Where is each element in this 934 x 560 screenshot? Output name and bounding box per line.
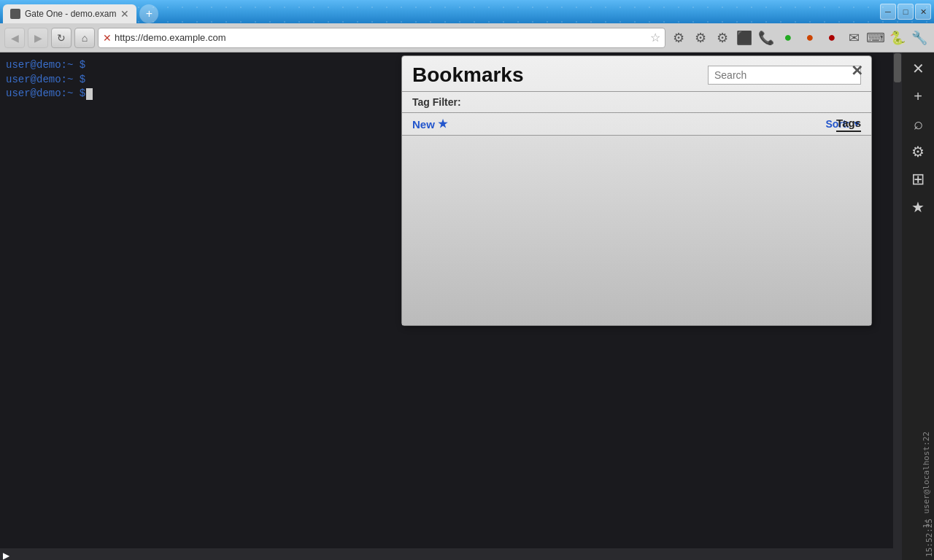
maximize-button[interactable]: □ xyxy=(898,4,914,20)
terminal-prompt-3: user@demo:~ $ xyxy=(6,87,85,101)
tag-filter-row: Tag Filter: xyxy=(402,92,871,113)
phone-icon[interactable]: 📞 xyxy=(756,28,776,48)
url-input[interactable] xyxy=(115,32,647,43)
tag-filter-label: Tag Filter: xyxy=(412,96,461,108)
nav-bar: ◀ ▶ ↻ ⌂ ✕ ☆ ⚙ ⚙ ⚙ ⬛ 📞 ● ● ● ✉ ⌨ 🐍 🔧 xyxy=(0,23,934,52)
extensions-icon[interactable]: ⚙ xyxy=(690,28,711,48)
bookmark-star-icon[interactable]: ☆ xyxy=(650,31,660,44)
new-bookmark-label: New xyxy=(412,118,435,131)
close-panel-icon: ✕ xyxy=(912,60,925,77)
reload-button[interactable]: ↻ xyxy=(51,28,72,48)
bookmarks-toolbar: New ★ Sort: ▼ Tags xyxy=(402,113,871,136)
terminal-prompt-2: user@demo:~ $ xyxy=(6,73,85,88)
close-window-button[interactable]: ✕ xyxy=(915,4,931,20)
tab-bar: Gate One - demo.exam ✕ + xyxy=(3,0,158,23)
browser-nav-icons: ⚙ ⚙ ⚙ ⬛ 📞 ● ● ● ✉ ⌨ 🐍 🔧 xyxy=(668,28,930,48)
grid-sidebar-icon: ⊞ xyxy=(911,170,925,189)
forward-button[interactable]: ▶ xyxy=(28,28,48,48)
session-label: 1: user@localhost:22 xyxy=(919,429,934,531)
grid-sidebar-button[interactable]: ⊞ xyxy=(905,166,931,192)
bookmarks-search-input[interactable] xyxy=(708,66,861,85)
home-button[interactable]: ⌂ xyxy=(74,28,95,48)
settings-sidebar-icon: ⚙ xyxy=(911,143,925,160)
new-tab-button[interactable]: + xyxy=(139,4,158,23)
stop-icon[interactable]: ⬛ xyxy=(734,28,754,48)
tab-title: Gate One - demo.exam xyxy=(25,9,116,19)
play-button[interactable]: ▶ xyxy=(3,551,9,560)
address-bar[interactable]: ✕ ☆ xyxy=(98,28,665,48)
add-session-button[interactable]: + xyxy=(905,83,931,109)
bookmarks-title: Bookmarks xyxy=(412,63,708,87)
right-sidebar: ✕ + ⌕ ⚙ ⊞ ★ 1: user@localhost:22 15:52:2… xyxy=(902,52,934,560)
active-tab[interactable]: Gate One - demo.exam ✕ xyxy=(3,4,136,23)
settings-sidebar-button[interactable]: ⚙ xyxy=(905,139,931,165)
bookmarks-sidebar-button[interactable]: ★ xyxy=(905,194,931,220)
mail-icon[interactable]: ✉ xyxy=(844,28,864,48)
ext1-icon[interactable]: ● xyxy=(778,28,798,48)
customize-icon[interactable]: ⚙ xyxy=(712,28,733,48)
minimize-button[interactable]: ─ xyxy=(880,4,896,20)
vertical-scrollbar[interactable] xyxy=(893,52,902,560)
back-button[interactable]: ◀ xyxy=(4,28,25,48)
tool-icon[interactable]: 🔧 xyxy=(909,28,930,48)
window-controls: ─ □ ✕ xyxy=(880,4,931,20)
close-panel-button[interactable]: ✕ xyxy=(905,55,931,82)
terminal-cursor xyxy=(86,88,93,100)
scrollbar-thumb[interactable] xyxy=(894,53,901,82)
ext2-icon[interactable]: ● xyxy=(800,28,820,48)
settings-menu-icon[interactable]: ⚙ xyxy=(668,28,689,48)
bookmarks-header: Bookmarks xyxy=(402,56,871,92)
python-icon[interactable]: 🐍 xyxy=(887,28,908,48)
tab-favicon xyxy=(10,9,20,19)
bookmarks-star-icon: ★ xyxy=(911,198,925,216)
ssl-error-icon: ✕ xyxy=(103,32,112,44)
bookmarks-body xyxy=(402,136,871,325)
terminal-prompt-1: user@demo:~ $ xyxy=(6,58,85,73)
search-sidebar-icon: ⌕ xyxy=(914,114,923,133)
bookmarks-panel: Bookmarks ✕ Tag Filter: New ★ Sort: ▼ Ta… xyxy=(401,55,872,326)
new-bookmark-star-icon: ★ xyxy=(438,117,447,131)
tab-close-button[interactable]: ✕ xyxy=(120,8,129,20)
add-icon: + xyxy=(914,88,922,105)
new-bookmark-button[interactable]: New ★ xyxy=(412,117,447,131)
ext3-icon[interactable]: ● xyxy=(822,28,842,48)
title-bar: Gate One - demo.exam ✕ + ─ □ ✕ xyxy=(0,0,934,23)
keyboard-icon[interactable]: ⌨ xyxy=(865,28,886,48)
bottom-scrollbar[interactable]: ▶ xyxy=(0,548,902,560)
tags-column-header: Tags xyxy=(836,117,861,132)
bookmarks-close-button[interactable]: ✕ xyxy=(846,61,867,81)
search-sidebar-button[interactable]: ⌕ xyxy=(905,111,931,137)
terminal-time: 15:52:25 xyxy=(925,518,934,557)
